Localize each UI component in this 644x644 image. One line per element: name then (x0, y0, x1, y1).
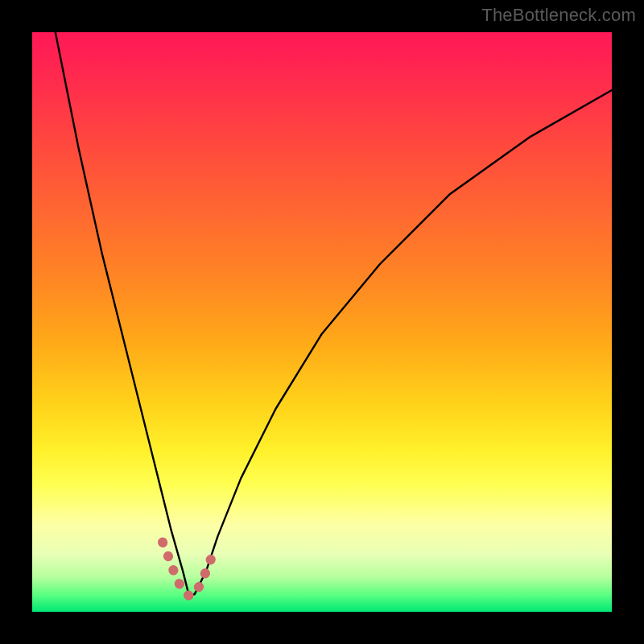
watermark-text: TheBottleneck.com (481, 5, 636, 26)
bottleneck-curve (56, 32, 612, 594)
curve-svg (32, 32, 612, 612)
highlight-segment (163, 543, 215, 596)
chart-frame: TheBottleneck.com (0, 0, 644, 644)
plot-area (32, 32, 612, 612)
